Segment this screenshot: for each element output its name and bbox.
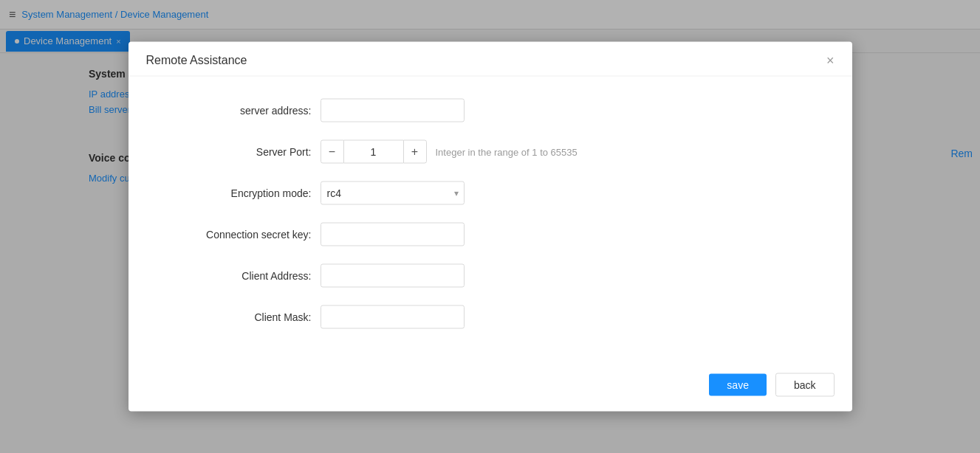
port-decrement-button[interactable]: − (321, 140, 344, 164)
encryption-mode-wrapper: rc4 aes none ▾ (321, 181, 465, 205)
encryption-mode-row: Encryption mode: rc4 aes none ▾ (173, 181, 808, 205)
encryption-mode-label: Encryption mode: (173, 187, 321, 199)
server-address-input[interactable] (321, 99, 465, 122)
modal-footer: save back (129, 362, 852, 412)
port-hint: Integer in the range of 1 to 65535 (436, 146, 578, 157)
server-port-label: Server Port: (173, 146, 321, 158)
server-port-input[interactable] (344, 140, 403, 164)
server-address-row: server address: (173, 99, 808, 122)
server-address-label: server address: (173, 105, 321, 117)
connection-secret-key-row: Connection secret key: (173, 223, 808, 246)
modal-header: Remote Assistance × (129, 42, 852, 77)
client-mask-input[interactable] (321, 305, 465, 329)
client-address-label: Client Address: (173, 270, 321, 282)
connection-secret-key-label: Connection secret key: (173, 229, 321, 241)
client-mask-label: Client Mask: (173, 311, 321, 323)
port-stepper: − + (321, 140, 427, 164)
modal-body: server address: Server Port: − + Integer… (129, 77, 852, 362)
client-mask-row: Client Mask: (173, 305, 808, 329)
remote-assistance-modal: Remote Assistance × server address: Serv… (129, 42, 852, 412)
server-port-row: Server Port: − + Integer in the range of… (173, 140, 808, 164)
modal-title: Remote Assistance (146, 54, 247, 67)
port-increment-button[interactable]: + (403, 140, 427, 164)
encryption-mode-select[interactable]: rc4 aes none (321, 181, 465, 205)
save-button[interactable]: save (709, 374, 767, 396)
modal-close-icon[interactable]: × (826, 54, 835, 67)
connection-secret-key-input[interactable] (321, 223, 465, 246)
back-button[interactable]: back (775, 373, 835, 397)
client-address-row: Client Address: (173, 264, 808, 288)
client-address-input[interactable] (321, 264, 465, 288)
